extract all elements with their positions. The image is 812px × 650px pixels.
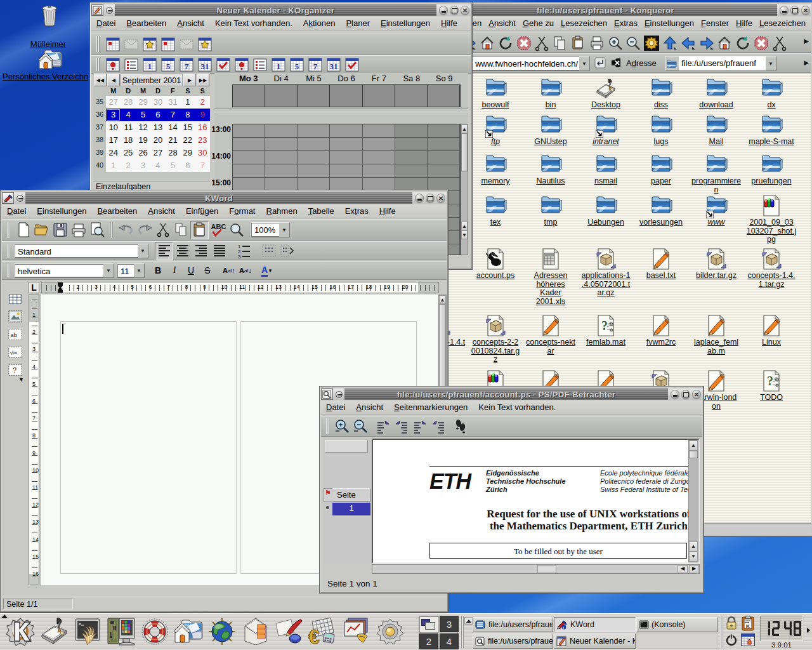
svg-text:?: ? (13, 366, 16, 373)
svg-text:ab: ab (11, 331, 17, 338)
svg-text:7: 7 (313, 62, 317, 71)
svg-text:5: 5 (166, 62, 170, 71)
svg-text:√∞: √∞ (10, 349, 18, 355)
svg-text:ABC: ABC (211, 223, 226, 230)
svg-text:5: 5 (294, 62, 299, 71)
svg-text:€: € (308, 625, 320, 646)
svg-text:31: 31 (200, 62, 209, 71)
svg-text:1: 1 (276, 62, 280, 71)
svg-text:31: 31 (329, 62, 337, 71)
svg-text:K: K (746, 623, 750, 629)
svg-text:3: 3 (238, 254, 241, 259)
svg-text:7: 7 (184, 62, 188, 71)
svg-text:1: 1 (147, 62, 152, 71)
